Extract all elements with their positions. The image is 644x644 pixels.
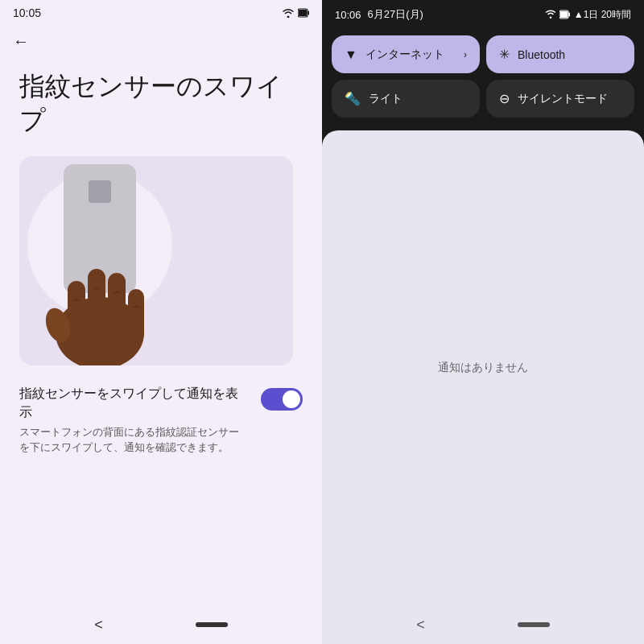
svg-rect-6 <box>108 273 126 337</box>
tile-silent[interactable]: ⊖ サイレントモード <box>486 80 634 118</box>
toggle-switch[interactable] <box>261 388 303 411</box>
left-time: 10:05 <box>13 6 41 19</box>
tile-internet[interactable]: ▼ インターネット › <box>332 35 480 73</box>
notification-empty-text: 通知はありません <box>438 361 528 375</box>
right-status-right: ▲1日 20時間 <box>545 8 631 22</box>
tile-internet-label: インターネット <box>365 47 444 62</box>
setting-desc: スマートフォンの背面にある指紋認証センサーを下にスワイプして、通知を確認できます… <box>19 424 248 456</box>
right-date: 6月27日(月) <box>368 7 423 22</box>
svg-rect-2 <box>299 10 307 16</box>
setting-info: 指紋センサーをスワイプして通知を表示 スマートフォンの背面にある指紋認証センサー… <box>19 385 248 456</box>
right-battery-text: ▲1日 20時間 <box>574 8 631 22</box>
right-home-pill[interactable] <box>518 622 550 627</box>
back-button[interactable]: ← <box>0 26 322 57</box>
page-title: 指紋センサーのスワイプ <box>19 70 303 137</box>
svg-rect-5 <box>88 269 105 337</box>
wifi-icon <box>282 8 295 18</box>
left-status-icons <box>282 8 309 18</box>
wifi-tile-icon: ▼ <box>345 47 357 62</box>
right-back-nav[interactable]: < <box>416 617 425 634</box>
left-content: 指紋センサーのスワイプ <box>0 57 322 605</box>
svg-rect-10 <box>568 13 570 17</box>
tile-bluetooth-label: Bluetooth <box>518 48 565 61</box>
flash-tile-icon: 🔦 <box>345 91 361 106</box>
tile-internet-chevron: › <box>464 49 467 60</box>
bt-tile-icon: ✳ <box>499 47 510 62</box>
battery-icon <box>298 8 309 18</box>
right-wifi-icon <box>545 10 556 19</box>
setting-toggle-row: 指紋センサーをスワイプして通知を表示 スマートフォンの背面にある指紋認証センサー… <box>19 385 303 462</box>
right-screen: 10:06 6月27日(月) ▲1日 20時間 ▼ インターネット › <box>322 0 644 644</box>
left-back-nav[interactable]: < <box>94 617 103 634</box>
left-home-pill[interactable] <box>196 622 228 627</box>
notification-area: 通知はありません < <box>322 130 644 644</box>
svg-rect-11 <box>560 11 568 18</box>
svg-rect-1 <box>308 11 309 15</box>
tile-flashlight-label: ライト <box>369 92 402 106</box>
tile-flashlight[interactable]: 🔦 ライト <box>332 80 480 118</box>
right-status-bar: 10:06 6月27日(月) ▲1日 20時間 <box>322 0 644 29</box>
tile-bluetooth[interactable]: ✳ Bluetooth <box>486 35 634 73</box>
right-time: 10:06 <box>335 9 361 21</box>
notification-empty-state: 通知はありません <box>322 130 644 605</box>
left-screen: 10:05 ← 指紋センサーのスワイプ <box>0 0 322 644</box>
tile-silent-label: サイレントモード <box>518 92 608 106</box>
right-battery-icon <box>559 10 571 19</box>
illustration-box <box>19 156 293 365</box>
toggle-knob <box>283 390 300 408</box>
svg-rect-7 <box>128 289 144 341</box>
left-nav-bar: < <box>0 605 322 644</box>
setting-label: 指紋センサーをスワイプして通知を表示 <box>19 385 248 421</box>
right-nav-bar: < <box>322 605 644 644</box>
phone-camera <box>89 180 111 203</box>
left-status-bar: 10:05 <box>0 0 322 26</box>
silent-tile-icon: ⊖ <box>499 91 510 106</box>
svg-rect-4 <box>68 281 85 341</box>
hand-illustration <box>35 237 164 365</box>
right-status-left: 10:06 6月27日(月) <box>335 7 423 22</box>
quick-tiles-grid: ▼ インターネット › ✳ Bluetooth 🔦 ライト ⊖ サイレントモード <box>322 29 644 127</box>
